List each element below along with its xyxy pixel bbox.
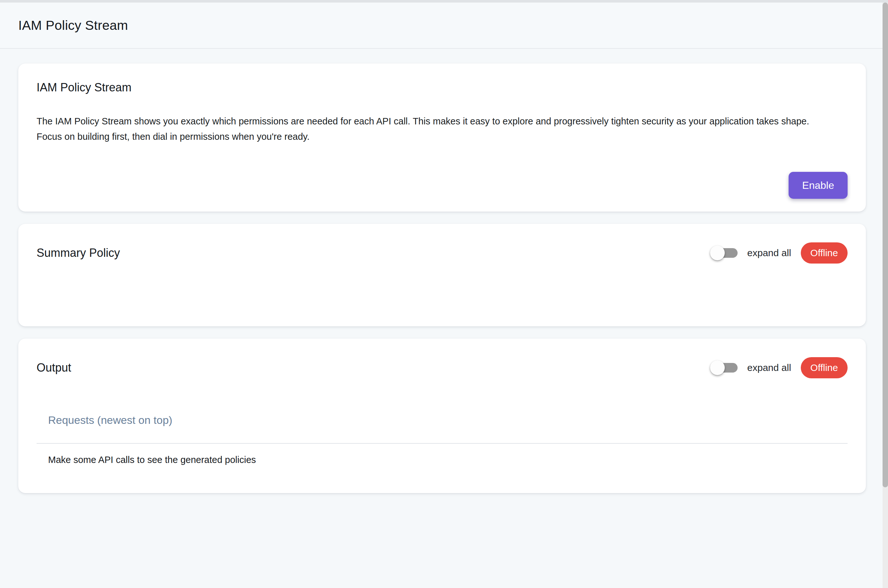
- enable-button[interactable]: Enable: [789, 172, 848, 199]
- requests-section: Requests (newest on top) Make some API c…: [36, 414, 848, 465]
- summary-policy-card: Summary Policy expand all Offline: [18, 224, 866, 326]
- summary-policy-controls: expand all Offline: [710, 242, 848, 264]
- requests-divider: [36, 443, 848, 444]
- output-card: Output expand all Offline Requests (newe…: [18, 339, 866, 493]
- page-title: IAM Policy Stream: [18, 18, 128, 33]
- summary-expand-all-toggle[interactable]: [710, 245, 738, 261]
- intro-card: IAM Policy Stream The IAM Policy Stream …: [18, 63, 866, 212]
- requests-heading: Requests (newest on top): [48, 414, 848, 426]
- output-controls: expand all Offline: [710, 357, 848, 378]
- summary-policy-header-row: Summary Policy expand all Offline: [36, 242, 848, 264]
- output-status-badge: Offline: [801, 357, 848, 378]
- summary-expand-all-label: expand all: [747, 248, 791, 258]
- window-top-strip: [0, 0, 888, 3]
- app-header: IAM Policy Stream: [0, 3, 888, 49]
- output-title: Output: [36, 361, 710, 375]
- toggle-thumb: [710, 246, 725, 260]
- intro-card-title: IAM Policy Stream: [36, 81, 848, 94]
- output-header-row: Output expand all Offline: [36, 357, 848, 378]
- output-expand-all-label: expand all: [747, 362, 791, 373]
- toggle-thumb: [710, 360, 725, 375]
- requests-empty-message: Make some API calls to see the generated…: [48, 454, 848, 465]
- intro-card-actions: Enable: [36, 172, 848, 199]
- summary-status-badge: Offline: [801, 242, 848, 264]
- scrollbar-thumb[interactable]: [882, 3, 888, 488]
- output-expand-all-toggle[interactable]: [710, 360, 738, 375]
- page-scrollbar[interactable]: [882, 3, 888, 588]
- main-content: IAM Policy Stream The IAM Policy Stream …: [0, 50, 888, 505]
- intro-card-description: The IAM Policy Stream shows you exactly …: [36, 114, 832, 144]
- summary-policy-title: Summary Policy: [36, 246, 710, 260]
